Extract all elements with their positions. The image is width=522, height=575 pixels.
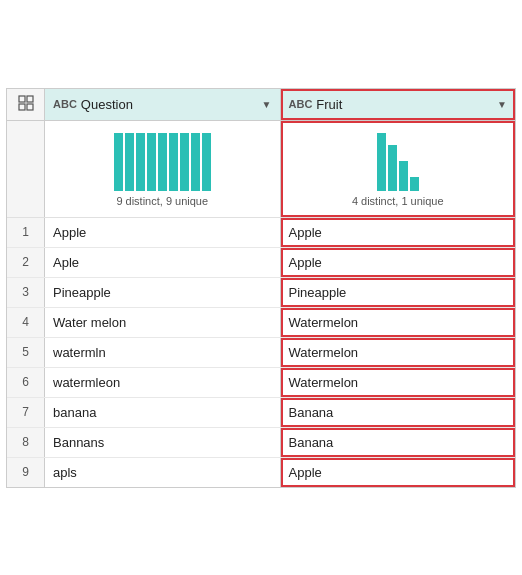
table-row: 2ApleApple [7, 248, 515, 278]
cell-question: banana [45, 398, 281, 427]
bar [114, 133, 123, 191]
row-number: 3 [7, 278, 45, 307]
col-dropdown-fruit[interactable]: ▼ [497, 99, 507, 110]
bar [169, 133, 178, 191]
cell-fruit: Banana [281, 428, 516, 457]
bar [388, 145, 397, 191]
cell-fruit: Apple [281, 248, 516, 277]
cell-fruit: Watermelon [281, 338, 516, 367]
histogram-label-fruit: 4 distinct, 1 unique [352, 195, 444, 213]
bar [202, 133, 211, 191]
histogram-label-question: 9 distinct, 9 unique [116, 195, 208, 213]
row-number: 6 [7, 368, 45, 397]
table-row: 9aplsApple [7, 458, 515, 487]
histogram-row: 9 distinct, 9 unique 4 distinct, 1 uniqu… [7, 121, 515, 218]
table-row: 3PineapplePineapple [7, 278, 515, 308]
histogram-corner [7, 121, 45, 217]
svg-rect-1 [27, 96, 33, 102]
column-header-fruit[interactable]: ABC Fruit ▼ [281, 89, 516, 120]
data-rows-container: 1AppleApple2ApleApple3PineapplePineapple… [7, 218, 515, 487]
cell-fruit: Apple [281, 218, 516, 247]
table-row: 5watermlnWatermelon [7, 338, 515, 368]
cell-fruit: Apple [281, 458, 516, 487]
row-number: 5 [7, 338, 45, 367]
bar [158, 133, 167, 191]
col-dropdown-question[interactable]: ▼ [262, 99, 272, 110]
table-row: 1AppleApple [7, 218, 515, 248]
bar [125, 133, 134, 191]
cell-question: Apple [45, 218, 281, 247]
table-row: 7bananaBanana [7, 398, 515, 428]
histogram-bars-question [114, 131, 211, 191]
cell-question: Bannans [45, 428, 281, 457]
cell-question: Water melon [45, 308, 281, 337]
bar [180, 133, 189, 191]
cell-fruit: Watermelon [281, 308, 516, 337]
cell-question: Aple [45, 248, 281, 277]
column-header-question[interactable]: ABC Question ▼ [45, 89, 281, 120]
grid-icon [18, 95, 34, 114]
bar [399, 161, 408, 191]
col-type-icon-question: ABC [53, 98, 77, 110]
table-row: 8BannansBanana [7, 428, 515, 458]
svg-rect-3 [27, 104, 33, 110]
cell-fruit: Banana [281, 398, 516, 427]
header-row: ABC Question ▼ ABC Fruit ▼ [7, 89, 515, 121]
row-number: 4 [7, 308, 45, 337]
cell-fruit: Watermelon [281, 368, 516, 397]
bar [377, 133, 386, 191]
row-number: 8 [7, 428, 45, 457]
bar [136, 133, 145, 191]
table-row: 4Water melonWatermelon [7, 308, 515, 338]
col-type-icon-fruit: ABC [289, 98, 313, 110]
corner-cell [7, 89, 45, 120]
cell-question: watermln [45, 338, 281, 367]
col-label-question: Question [81, 97, 258, 112]
bar [191, 133, 200, 191]
histogram-question: 9 distinct, 9 unique [45, 121, 281, 217]
histogram-bars-fruit [377, 131, 419, 191]
cell-question: watermleon [45, 368, 281, 397]
bar [410, 177, 419, 191]
cell-question: Pineapple [45, 278, 281, 307]
data-table: ABC Question ▼ ABC Fruit ▼ 9 distinct, 9… [6, 88, 516, 488]
row-number: 9 [7, 458, 45, 487]
histogram-fruit: 4 distinct, 1 unique [281, 121, 516, 217]
cell-fruit: Pineapple [281, 278, 516, 307]
cell-question: apls [45, 458, 281, 487]
bar [147, 133, 156, 191]
svg-rect-0 [19, 96, 25, 102]
row-number: 7 [7, 398, 45, 427]
col-label-fruit: Fruit [316, 97, 493, 112]
row-number: 1 [7, 218, 45, 247]
table-row: 6watermleonWatermelon [7, 368, 515, 398]
svg-rect-2 [19, 104, 25, 110]
row-number: 2 [7, 248, 45, 277]
